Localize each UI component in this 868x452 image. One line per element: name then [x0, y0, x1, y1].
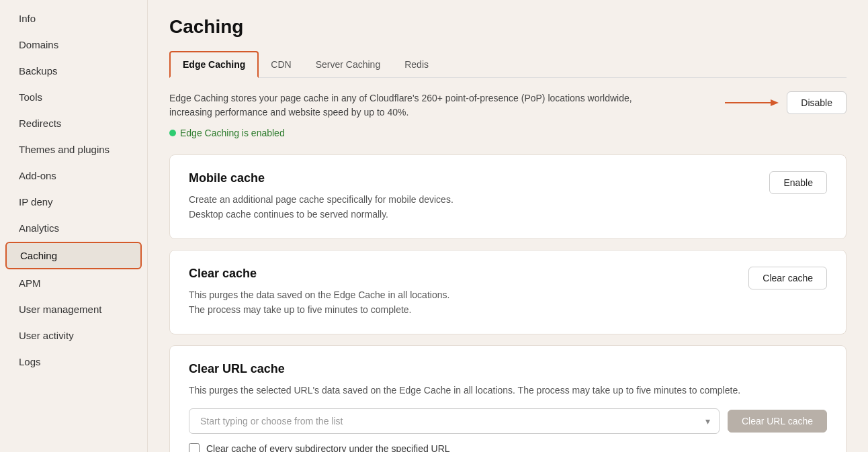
- clear-cache-content: Clear cache This purges the data saved o…: [189, 267, 732, 318]
- url-cache-input-row: Start typing or choose from the list Cle…: [189, 408, 827, 434]
- sidebar-item-apm[interactable]: APM: [5, 271, 142, 296]
- mobile-cache-card: Mobile cache Create an additional page c…: [169, 154, 847, 239]
- sidebar-item-user-activity[interactable]: User activity: [5, 323, 142, 348]
- sidebar-item-user-management[interactable]: User management: [5, 297, 142, 322]
- mobile-cache-action: Enable: [769, 171, 827, 194]
- url-select[interactable]: Start typing or choose from the list: [189, 408, 720, 434]
- url-cache-header: Clear URL cache This purges the selected…: [189, 362, 827, 398]
- status-dot-icon: [169, 130, 176, 136]
- clear-url-cache-card: Clear URL cache This purges the selected…: [169, 345, 847, 452]
- sidebar-item-caching[interactable]: Caching: [5, 242, 142, 269]
- url-select-wrapper: Start typing or choose from the list: [189, 408, 720, 434]
- mobile-cache-desc: Create an additional page cache specific…: [189, 192, 753, 222]
- disable-button-row: Disable: [725, 91, 847, 114]
- sidebar-item-redirects[interactable]: Redirects: [5, 111, 142, 136]
- clear-cache-desc: This purges the data saved on the Edge C…: [189, 287, 732, 318]
- clear-url-cache-button[interactable]: Clear URL cache: [728, 410, 827, 433]
- sidebar-item-ip-deny[interactable]: IP deny: [5, 189, 142, 214]
- sidebar-item-tools[interactable]: Tools: [5, 85, 142, 109]
- tab-redis[interactable]: Redis: [392, 51, 441, 77]
- clear-url-cache-title: Clear URL cache: [189, 362, 740, 376]
- clear-cache-button[interactable]: Clear cache: [748, 267, 827, 289]
- subdirectory-checkbox-row: Clear cache of every subdirectory under …: [189, 443, 827, 452]
- tab-bar: Edge Caching CDN Server Caching Redis: [169, 51, 847, 78]
- status-text: Edge Caching is enabled: [180, 128, 285, 138]
- mobile-cache-enable-button[interactable]: Enable: [769, 171, 827, 194]
- edge-caching-header: Edge Caching stores your page cache in a…: [169, 91, 847, 120]
- clear-cache-action: Clear cache: [748, 267, 827, 289]
- status-row: Edge Caching is enabled: [169, 128, 847, 138]
- tab-edge-caching[interactable]: Edge Caching: [169, 51, 259, 78]
- edge-caching-description: Edge Caching stores your page cache in a…: [169, 91, 640, 120]
- sidebar-item-domains[interactable]: Domains: [5, 32, 142, 57]
- clear-cache-card: Clear cache This purges the data saved o…: [169, 250, 847, 334]
- mobile-cache-content: Mobile cache Create an additional page c…: [189, 171, 753, 222]
- subdirectory-checkbox[interactable]: [189, 443, 200, 452]
- sidebar-item-themes-plugins[interactable]: Themes and plugins: [5, 137, 142, 162]
- tab-cdn[interactable]: CDN: [259, 51, 303, 77]
- sidebar: Info Domains Backups Tools Redirects The…: [0, 0, 148, 452]
- mobile-cache-title: Mobile cache: [189, 171, 753, 185]
- arrow-right-icon: [725, 96, 779, 109]
- sidebar-item-info[interactable]: Info: [5, 6, 142, 31]
- sidebar-item-add-ons[interactable]: Add-ons: [5, 163, 142, 188]
- sidebar-item-analytics[interactable]: Analytics: [5, 216, 142, 240]
- page-title: Caching: [169, 16, 847, 38]
- subdirectory-checkbox-label: Clear cache of every subdirectory under …: [206, 443, 450, 452]
- tab-server-caching[interactable]: Server Caching: [304, 51, 393, 77]
- main-content: Caching Edge Caching CDN Server Caching …: [148, 0, 868, 452]
- sidebar-item-logs[interactable]: Logs: [5, 349, 142, 374]
- disable-button[interactable]: Disable: [787, 91, 847, 114]
- clear-cache-title: Clear cache: [189, 267, 732, 281]
- url-cache-info: Clear URL cache This purges the selected…: [189, 362, 740, 398]
- clear-url-cache-desc: This purges the selected URL's data save…: [189, 383, 740, 398]
- sidebar-item-backups[interactable]: Backups: [5, 58, 142, 83]
- svg-marker-1: [771, 99, 779, 106]
